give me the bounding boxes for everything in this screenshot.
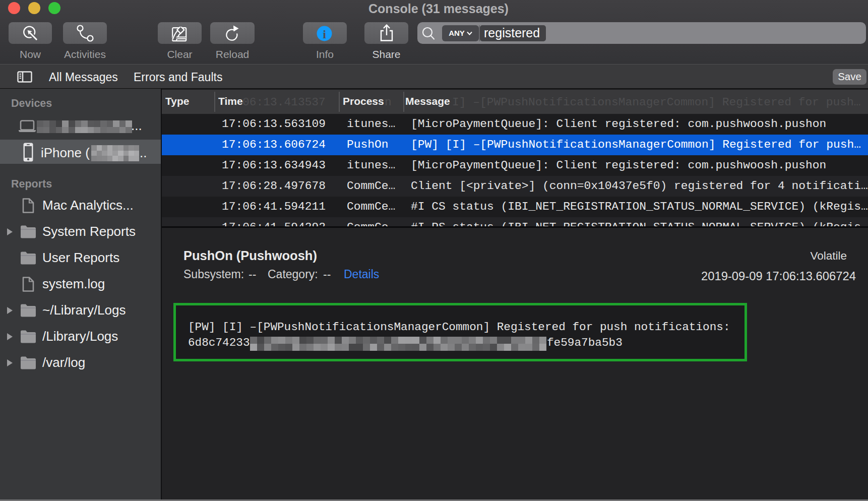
- svg-text:i: i: [323, 28, 326, 41]
